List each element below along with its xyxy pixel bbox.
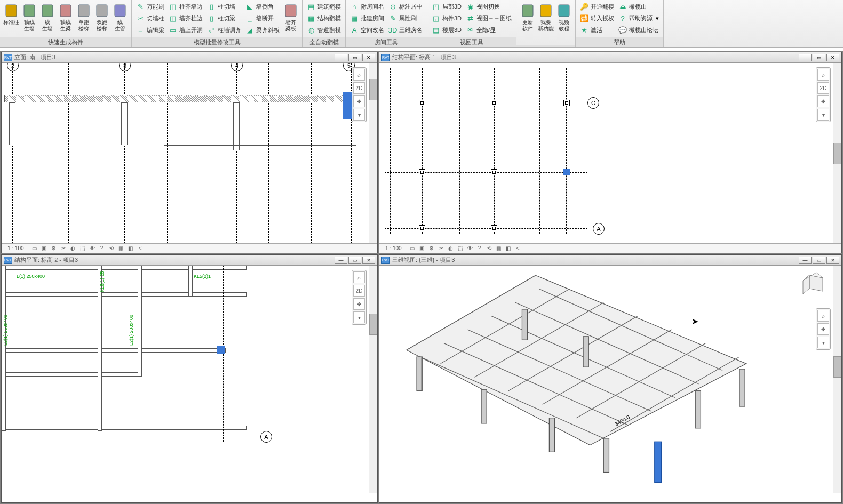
- zhuqiangtiaoqi-button[interactable]: ⇄柱墙调齐: [205, 25, 243, 36]
- qiangqizhubian-button[interactable]: ◫墙齐柱边: [166, 13, 205, 24]
- kongjiangaiming-button[interactable]: A空间改名: [348, 25, 386, 36]
- status-icon[interactable]: ▦: [117, 245, 125, 252]
- minimize-button[interactable]: —: [799, 257, 812, 264]
- ganlanshan-button[interactable]: ⛰橄榄山: [616, 1, 661, 12]
- minimize-button[interactable]: —: [799, 54, 812, 61]
- std-column-button[interactable]: 标准柱: [2, 1, 20, 27]
- jianzhufanmo-button[interactable]: ▤建筑翻模: [305, 1, 343, 12]
- status-icon[interactable]: ◧: [127, 245, 134, 252]
- status-icon[interactable]: <: [137, 245, 144, 252]
- nav-2d-icon[interactable]: 2D: [817, 82, 829, 94]
- close-button[interactable]: ✕: [362, 54, 375, 61]
- shituqiehuan-button[interactable]: ◉视图切换: [464, 1, 514, 12]
- view-titlebar[interactable]: RVT 三维视图: {三维} - 项目3 — ▭ ✕: [379, 255, 841, 266]
- nav-home-icon[interactable]: ⌕: [353, 271, 365, 283]
- nav-more-icon[interactable]: ▾: [817, 337, 829, 348]
- single-stair-button[interactable]: 单跑 楼梯: [75, 1, 93, 33]
- view-canvas[interactable]: C A ⌕ 2D ✥ ▾: [379, 63, 841, 243]
- shipinjiaocheng-button[interactable]: 视频 教程: [555, 1, 573, 33]
- close-button[interactable]: ✕: [826, 54, 839, 61]
- axis-beam-button[interactable]: 轴线 生梁: [57, 1, 75, 33]
- status-icon[interactable]: ◐: [447, 245, 455, 252]
- shuxingshua-button[interactable]: ✎属性刷: [386, 13, 425, 24]
- restore-button[interactable]: ▭: [813, 257, 825, 264]
- shitutuzhi-button[interactable]: ⇄视图←→图纸: [464, 13, 514, 24]
- zhuanrushouquan-button[interactable]: 🔁转入授权: [578, 13, 616, 24]
- status-icon[interactable]: ▭: [31, 245, 38, 252]
- close-button[interactable]: ✕: [826, 257, 839, 264]
- status-icon[interactable]: 👁: [89, 245, 96, 252]
- view-titlebar[interactable]: RVT 结构平面: 标高 1 - 项目3 — ▭ ✕: [379, 52, 841, 63]
- status-icon[interactable]: ◐: [69, 245, 77, 252]
- guandaofanmo-button[interactable]: ◍管道翻模: [305, 25, 343, 36]
- sanweifangming-button[interactable]: 3D三维房名: [386, 25, 425, 36]
- status-icon[interactable]: 👁: [466, 245, 474, 252]
- close-button[interactable]: ✕: [362, 257, 375, 264]
- vertical-scrollbar[interactable]: [833, 266, 841, 493]
- status-icon[interactable]: ⬚: [457, 245, 464, 252]
- gengxin-button[interactable]: 更新 软件: [519, 1, 537, 33]
- qiangdaojiao-button[interactable]: ◣墙倒角: [243, 1, 282, 12]
- nav-home-icon[interactable]: ⌕: [353, 69, 365, 81]
- biaozhujuzhong-button[interactable]: ⊙标注居中: [386, 1, 425, 12]
- vertical-scrollbar[interactable]: [833, 63, 841, 243]
- bianjiliang-button[interactable]: ≡编辑梁: [134, 25, 166, 36]
- ganlanshanluntan-button[interactable]: 💬橄榄山论坛: [616, 25, 661, 36]
- nav-pan-icon[interactable]: ✥: [353, 95, 365, 107]
- status-icon[interactable]: ▣: [41, 245, 48, 252]
- restore-button[interactable]: ▭: [813, 54, 825, 61]
- viewcube[interactable]: [799, 270, 831, 302]
- nav-2d-icon[interactable]: 2D: [353, 82, 365, 94]
- view-canvas[interactable]: 2 3 4 5 ⌕ 2D ✥ ▾: [2, 63, 377, 243]
- fufangjian-button[interactable]: ⌂附房间名: [348, 1, 386, 12]
- nav-pan-icon[interactable]: ✥: [353, 298, 365, 310]
- qiangqiliangban-button[interactable]: 墙齐 梁板: [282, 1, 300, 33]
- wanengshua-button[interactable]: ✎万能刷: [134, 1, 166, 12]
- zhuqieliang-button[interactable]: ▯柱切梁: [205, 13, 243, 24]
- nav-more-icon[interactable]: ▾: [817, 109, 829, 121]
- nav-more-icon[interactable]: ▾: [353, 109, 365, 121]
- selected-column[interactable]: [217, 346, 225, 354]
- qieqiangzhu-button[interactable]: ✂切墙柱: [134, 13, 166, 24]
- status-icon[interactable]: <: [514, 245, 522, 252]
- status-icon[interactable]: ⚙: [428, 245, 435, 252]
- status-icon[interactable]: ✂: [438, 245, 445, 252]
- vertical-scrollbar[interactable]: [369, 266, 377, 493]
- double-stair-button[interactable]: 双跑 楼梯: [93, 1, 111, 33]
- status-icon[interactable]: ⟲: [486, 245, 493, 252]
- status-icon[interactable]: ⚙: [50, 245, 58, 252]
- status-icon[interactable]: ◧: [505, 245, 512, 252]
- view-titlebar[interactable]: RVT 立面: 南 - 项目3 — ▭ ✕: [2, 52, 377, 63]
- pijianfangjian-button[interactable]: ▦批建房间: [348, 13, 386, 24]
- nav-home-icon[interactable]: ⌕: [817, 69, 829, 81]
- nav-more-icon[interactable]: ▾: [353, 311, 365, 323]
- jiegoufanmo-button[interactable]: ▦结构翻模: [305, 13, 343, 24]
- scale-selector[interactable]: 1 : 100: [381, 245, 405, 252]
- qiangshangkaidong-button[interactable]: ▭墙上开洞: [166, 25, 205, 36]
- kaitongfanmo-button[interactable]: 🔑开通翻模: [578, 1, 616, 12]
- louceng3d-button[interactable]: ▤楼层3D: [430, 25, 464, 36]
- status-icon[interactable]: ⬚: [79, 245, 86, 252]
- status-icon[interactable]: ▭: [409, 245, 416, 252]
- view-canvas[interactable]: A L(1) 250x400 L2(1) 250x400 L2(1) 200x4…: [2, 266, 377, 502]
- restore-button[interactable]: ▭: [348, 257, 361, 264]
- view-titlebar[interactable]: RVT 结构平面: 标高 2 - 项目3 — ▭ ✕: [2, 255, 377, 266]
- axis-wall-button[interactable]: 轴线 生墙: [20, 1, 38, 33]
- status-icon[interactable]: ⟲: [108, 245, 115, 252]
- woyao-button[interactable]: 我要 新功能: [537, 1, 555, 33]
- nav-home-icon[interactable]: ⌕: [817, 310, 829, 322]
- quanyinxian-button[interactable]: 👁全隐/显: [464, 25, 514, 36]
- liangqixieban-button[interactable]: ◢梁齐斜板: [243, 25, 282, 36]
- jubu3d-button[interactable]: ◳局部3D: [430, 1, 464, 12]
- line-pipe-button[interactable]: 线 生管: [111, 1, 129, 33]
- jihuo-button[interactable]: ★激活: [578, 25, 616, 36]
- status-icon[interactable]: ?: [476, 245, 483, 252]
- goujian3d-button[interactable]: ◲构件3D: [430, 13, 464, 24]
- status-icon[interactable]: ▦: [495, 245, 503, 252]
- status-icon[interactable]: ✂: [60, 245, 67, 252]
- minimize-button[interactable]: —: [335, 54, 347, 61]
- zhuqieqiang-button[interactable]: ▯柱切墙: [205, 1, 243, 12]
- view-canvas[interactable]: 3400.0 ➤ ⌕ ✥ ▾: [379, 266, 841, 502]
- minimize-button[interactable]: —: [335, 257, 347, 264]
- nav-2d-icon[interactable]: 2D: [353, 285, 365, 297]
